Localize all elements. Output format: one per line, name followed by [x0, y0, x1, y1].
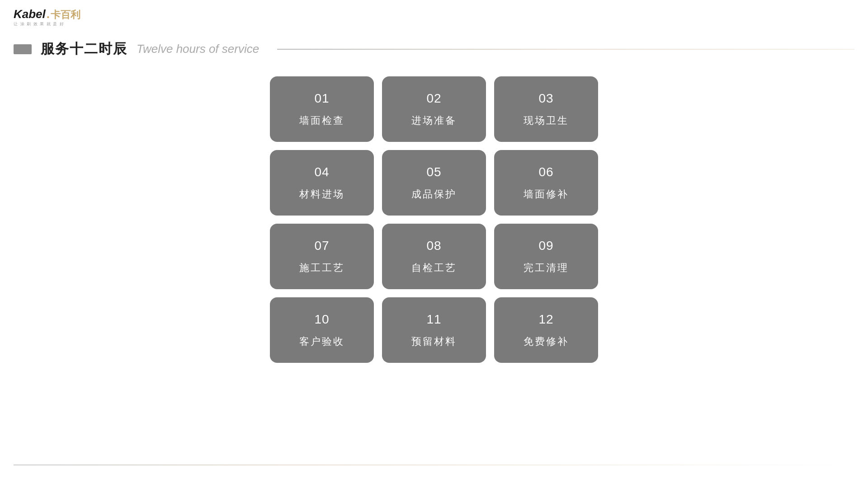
section-bar-indicator [14, 44, 32, 54]
logo-tagline: 让 涂 刷 效 果 就 是 好 [14, 21, 80, 27]
bottom-divider [14, 465, 854, 465]
card-label-11: 预留材料 [411, 335, 457, 348]
card-label-02: 进场准备 [411, 114, 457, 127]
service-card-09[interactable]: 09完工清理 [494, 224, 598, 289]
card-number-12: 12 [538, 312, 553, 327]
section-title-cn: 服务十二时辰 [41, 40, 127, 58]
card-number-06: 06 [538, 165, 553, 179]
service-card-02[interactable]: 02进场准备 [382, 76, 486, 142]
section-title-en: Twelve hours of service [137, 42, 259, 56]
card-number-08: 08 [426, 239, 441, 253]
card-number-11: 11 [426, 312, 441, 327]
service-card-04[interactable]: 04材料进场 [270, 150, 374, 216]
service-card-05[interactable]: 05成品保护 [382, 150, 486, 216]
card-number-10: 10 [314, 312, 329, 327]
service-card-01[interactable]: 01墙面检查 [270, 76, 374, 142]
card-label-03: 现场卫生 [524, 114, 569, 127]
card-label-05: 成品保护 [411, 188, 457, 201]
logo: Kabel . 卡百利 让 涂 刷 效 果 就 是 好 [14, 8, 80, 27]
logo-brand-en: Kabel [14, 8, 46, 20]
card-number-03: 03 [538, 91, 553, 106]
header: Kabel . 卡百利 让 涂 刷 效 果 就 是 好 [0, 0, 868, 32]
logo-text-block: Kabel . 卡百利 让 涂 刷 效 果 就 是 好 [14, 8, 80, 27]
service-grid: 01墙面检查02进场准备03现场卫生04材料进场05成品保护06墙面修补07施工… [270, 76, 598, 363]
card-label-12: 免费修补 [524, 335, 569, 348]
logo-dot: . [47, 8, 50, 20]
service-card-11[interactable]: 11预留材料 [382, 297, 486, 363]
service-card-06[interactable]: 06墙面修补 [494, 150, 598, 216]
logo-brand-cn: 卡百利 [51, 10, 80, 20]
card-label-06: 墙面修补 [524, 188, 569, 201]
card-label-08: 自检工艺 [411, 261, 457, 275]
card-label-10: 客户验收 [299, 335, 344, 348]
grid-container: 01墙面检查02进场准备03现场卫生04材料进场05成品保护06墙面修补07施工… [0, 58, 868, 363]
service-card-12[interactable]: 12免费修补 [494, 297, 598, 363]
card-label-07: 施工工艺 [299, 261, 344, 275]
card-number-04: 04 [314, 165, 329, 179]
service-card-03[interactable]: 03现场卫生 [494, 76, 598, 142]
card-number-09: 09 [538, 239, 553, 253]
service-card-07[interactable]: 07施工工艺 [270, 224, 374, 289]
card-label-01: 墙面检查 [299, 114, 344, 127]
card-number-02: 02 [426, 91, 441, 106]
card-number-07: 07 [314, 239, 329, 253]
section-header: 服务十二时辰 Twelve hours of service [0, 32, 868, 58]
service-card-08[interactable]: 08自检工艺 [382, 224, 486, 289]
service-card-10[interactable]: 10客户验收 [270, 297, 374, 363]
section-divider [277, 49, 854, 50]
card-number-05: 05 [426, 165, 441, 179]
card-number-01: 01 [314, 91, 329, 106]
card-label-04: 材料进场 [299, 188, 344, 201]
logo-line1: Kabel . 卡百利 [14, 8, 80, 20]
card-label-09: 完工清理 [524, 261, 569, 275]
